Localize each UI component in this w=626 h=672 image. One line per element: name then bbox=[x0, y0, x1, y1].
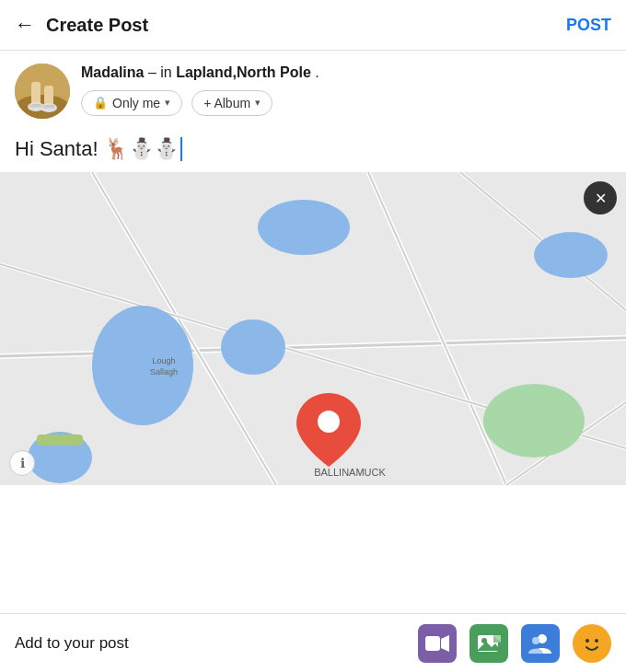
post-content: Hi Santa! 🦌⛄⛄ bbox=[15, 137, 179, 161]
lock-icon: 🔒 bbox=[93, 96, 108, 110]
privacy-label: Only me bbox=[112, 96, 160, 110]
svg-point-26 bbox=[221, 319, 285, 375]
svg-rect-6 bbox=[29, 104, 42, 108]
back-button[interactable]: ← bbox=[15, 13, 35, 37]
text-cursor bbox=[180, 137, 182, 161]
location-suffix: . bbox=[315, 64, 319, 80]
privacy-chevron: ▾ bbox=[165, 97, 170, 109]
svg-point-33 bbox=[318, 411, 340, 433]
post-button[interactable]: POST bbox=[566, 16, 611, 35]
svg-point-24 bbox=[92, 306, 193, 425]
privacy-button[interactable]: 🔒 Only me ▾ bbox=[81, 90, 182, 116]
add-to-post-label: Add to your post bbox=[15, 634, 129, 653]
album-button[interactable]: + Album ▾ bbox=[191, 90, 272, 116]
svg-text:Sallagh: Sallagh bbox=[150, 367, 178, 377]
user-info: Madalina – in Lapland,North Pole . 🔒 Onl… bbox=[81, 64, 319, 116]
user-name: Madalina bbox=[81, 64, 144, 80]
buttons-row: 🔒 Only me ▾ + Album ▾ bbox=[81, 90, 319, 116]
album-chevron: ▾ bbox=[255, 97, 261, 109]
svg-point-45 bbox=[595, 639, 598, 643]
user-location: Lapland,North Pole bbox=[176, 64, 311, 80]
svg-rect-34 bbox=[425, 636, 440, 651]
photo-icon-button[interactable] bbox=[470, 624, 508, 663]
svg-rect-7 bbox=[42, 105, 55, 109]
svg-marker-35 bbox=[441, 635, 449, 652]
bottom-bar: Add to your post bbox=[0, 613, 626, 672]
user-name-line: Madalina – in Lapland,North Pole . bbox=[81, 64, 319, 83]
post-text-area[interactable]: Hi Santa! 🦌⛄⛄ bbox=[0, 128, 626, 172]
album-label: + Album bbox=[203, 96, 250, 110]
header-left: ← Create Post bbox=[15, 13, 148, 37]
svg-point-23 bbox=[258, 200, 350, 255]
svg-point-28 bbox=[483, 384, 585, 458]
svg-point-42 bbox=[532, 637, 539, 644]
svg-rect-29 bbox=[37, 434, 83, 446]
avatar bbox=[15, 64, 70, 119]
connector: – in bbox=[148, 64, 176, 80]
map-info-button[interactable]: ℹ bbox=[9, 450, 35, 476]
page-title: Create Post bbox=[46, 15, 148, 36]
video-icon-button[interactable] bbox=[418, 624, 457, 663]
user-section: Madalina – in Lapland,North Pole . 🔒 Onl… bbox=[0, 51, 626, 128]
people-icon-button[interactable] bbox=[521, 624, 560, 663]
map-location-label: BALLINAMUCK bbox=[314, 467, 386, 478]
map-svg: BALLINAMUCK Lough Sallagh bbox=[0, 172, 626, 485]
emoji-icon-button[interactable] bbox=[573, 624, 611, 663]
header: ← Create Post POST bbox=[0, 0, 626, 51]
svg-text:Lough: Lough bbox=[152, 356, 175, 365]
map-container: BALLINAMUCK Lough Sallagh ✕ ℹ bbox=[0, 172, 626, 485]
svg-point-44 bbox=[585, 639, 589, 643]
svg-point-27 bbox=[534, 232, 608, 278]
bottom-icons bbox=[418, 624, 611, 663]
map-close-button[interactable]: ✕ bbox=[584, 181, 617, 214]
svg-point-43 bbox=[579, 631, 605, 656]
